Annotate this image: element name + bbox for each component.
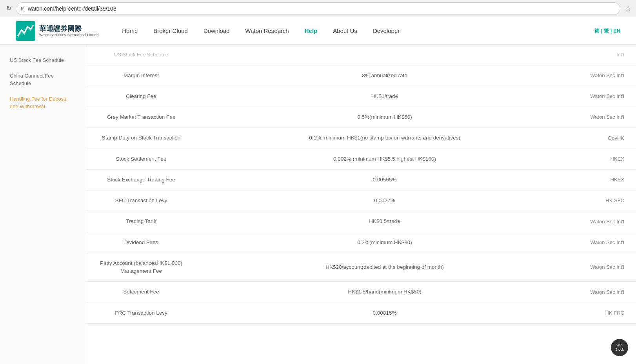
fee-rate: 0.00565% [196, 169, 573, 190]
reload-button[interactable]: ↻ [5, 5, 13, 13]
fee-collector: HK SFC [573, 190, 636, 211]
lang-trad[interactable]: 繁 [604, 28, 609, 34]
language-switcher: 简 | 繁 | EN [594, 27, 620, 34]
partial-fee-rate [196, 45, 573, 65]
partial-fee-name: US Stock Fee Schedule [86, 45, 196, 65]
main-layout: US Stock Fee Schedule China Connect Fee … [0, 45, 636, 364]
logo-text-area: 華通證券國際 Waton Securities International Li… [39, 25, 98, 37]
fee-name: Settlement Fee [86, 282, 196, 302]
fee-collector: Waton Sec Int'l [573, 65, 636, 86]
fee-rate: HK$20/account(debited at the beginning o… [196, 253, 573, 282]
fee-rate: 0.1%, minimum HK$1(no stamp tax on warra… [196, 128, 573, 148]
browser-chrome: ↻ ⊞ waton.com/help-center/detail/39/103 … [0, 0, 636, 17]
fee-collector: Waton Sec Int'l [573, 282, 636, 302]
fee-rate: HK$0.5/trade [196, 211, 573, 232]
fee-collector: Waton Sec Int'l [573, 232, 636, 253]
fee-rate: 0.5%(minimum HK$50) [196, 107, 573, 128]
nav-home[interactable]: Home [122, 27, 138, 34]
table-row: Grey Market Transaction Fee 0.5%(minimum… [86, 107, 636, 128]
url-text: waton.com/help-center/detail/39/103 [28, 5, 615, 12]
table-row: Margin Interest 8% annualized rate Waton… [86, 65, 636, 86]
fee-collector: Waton Sec Int'l [573, 253, 636, 282]
fee-name: Dividend Fees [86, 232, 196, 253]
fee-name: Clearing Fee [86, 86, 196, 107]
logo-icon [16, 21, 35, 41]
url-bar[interactable]: ⊞ waton.com/help-center/detail/39/103 [16, 2, 620, 15]
table-row: Settlement Fee HK$1.5/hand(minimum HK$50… [86, 282, 636, 302]
fee-name: Stamp Duty on Stock Transaction [86, 128, 196, 148]
fee-collector: Waton Sec Int'l [573, 211, 636, 232]
url-icon: ⊞ [21, 6, 25, 11]
table-row: Stock Settlement Fee 0.002% (minimum HK$… [86, 148, 636, 169]
fee-collector: HK FRC [573, 302, 636, 323]
table-row: SFC Transaction Levy 0.0027% HK SFC [86, 190, 636, 211]
nav-waton-research[interactable]: Waton Research [245, 27, 289, 34]
logo-english: Waton Securities International Limited [39, 33, 98, 37]
site-header: 華通證券國際 Waton Securities International Li… [0, 17, 636, 45]
fee-collector: Waton Sec Int'l [573, 107, 636, 128]
fee-collector: HKEX [573, 169, 636, 190]
bookmark-icon[interactable]: ☆ [625, 4, 631, 13]
table-row: Dividend Fees 0.2%(minimum HK$30) Waton … [86, 232, 636, 253]
table-row: Clearing Fee HK$1/trade Waton Sec Int'l [86, 86, 636, 107]
sidebar: US Stock Fee Schedule China Connect Fee … [0, 45, 86, 364]
fee-rate: 8% annualized rate [196, 65, 573, 86]
sidebar-item-handling-fee[interactable]: Handling Fee for Deposit and Withdrawal [8, 91, 78, 114]
fee-name: Petty Account (balance≤HK$1,000) Managem… [86, 253, 196, 282]
table-row: Trading Tariff HK$0.5/trade Waton Sec In… [86, 211, 636, 232]
nav-about-us[interactable]: About Us [333, 27, 357, 34]
partial-fee-collector: Int'l [573, 45, 636, 65]
fee-name: Stock Settlement Fee [86, 148, 196, 169]
nav-developer[interactable]: Developer [373, 27, 400, 34]
winstock-label: WinStock [615, 343, 624, 352]
logo-area: 華通證券國際 Waton Securities International Li… [16, 21, 98, 41]
fee-rate: 0.002% (minimum HK$5.5,highest HK$100) [196, 148, 573, 169]
fee-collector: GovHK [573, 128, 636, 148]
fee-name: FRC Transaction Levy [86, 302, 196, 323]
table-row: Petty Account (balance≤HK$1,000) Managem… [86, 253, 636, 282]
fee-name: Stock Exchange Trading Fee [86, 169, 196, 190]
nav-help[interactable]: Help [305, 27, 318, 34]
logo-chinese: 華通證券國際 [39, 25, 98, 33]
nav-download[interactable]: Download [204, 27, 230, 34]
main-nav: Home Broker Cloud Download Waton Researc… [122, 27, 594, 34]
fee-name: Trading Tariff [86, 211, 196, 232]
fee-rate: 0.0027% [196, 190, 573, 211]
fee-rate: 0.2%(minimum HK$30) [196, 232, 573, 253]
sidebar-item-china-connect[interactable]: China Connect Fee Schedule [8, 68, 78, 91]
fee-collector: Waton Sec Int'l [573, 86, 636, 107]
fee-rate: 0.00015% [196, 302, 573, 323]
fee-name: SFC Transaction Levy [86, 190, 196, 211]
fee-collector: HKEX [573, 148, 636, 169]
fee-rate: HK$1.5/hand(minimum HK$50) [196, 282, 573, 302]
nav-broker-cloud[interactable]: Broker Cloud [153, 27, 188, 34]
winstock-button[interactable]: WinStock [611, 339, 628, 356]
fee-name: Grey Market Transaction Fee [86, 107, 196, 128]
table-row-partial: US Stock Fee Schedule Int'l [86, 45, 636, 65]
lang-simple[interactable]: 简 [594, 28, 600, 34]
lang-en[interactable]: EN [613, 28, 620, 34]
table-row: Stock Exchange Trading Fee 0.00565% HKEX [86, 169, 636, 190]
table-row: Stamp Duty on Stock Transaction 0.1%, mi… [86, 128, 636, 148]
content-area: US Stock Fee Schedule Int'l Margin Inter… [86, 45, 636, 364]
fee-table: US Stock Fee Schedule Int'l Margin Inter… [86, 45, 636, 324]
table-row: FRC Transaction Levy 0.00015% HK FRC [86, 302, 636, 323]
fee-name: Margin Interest [86, 65, 196, 86]
sidebar-item-us-stock[interactable]: US Stock Fee Schedule [8, 53, 78, 68]
fee-rate: HK$1/trade [196, 86, 573, 107]
